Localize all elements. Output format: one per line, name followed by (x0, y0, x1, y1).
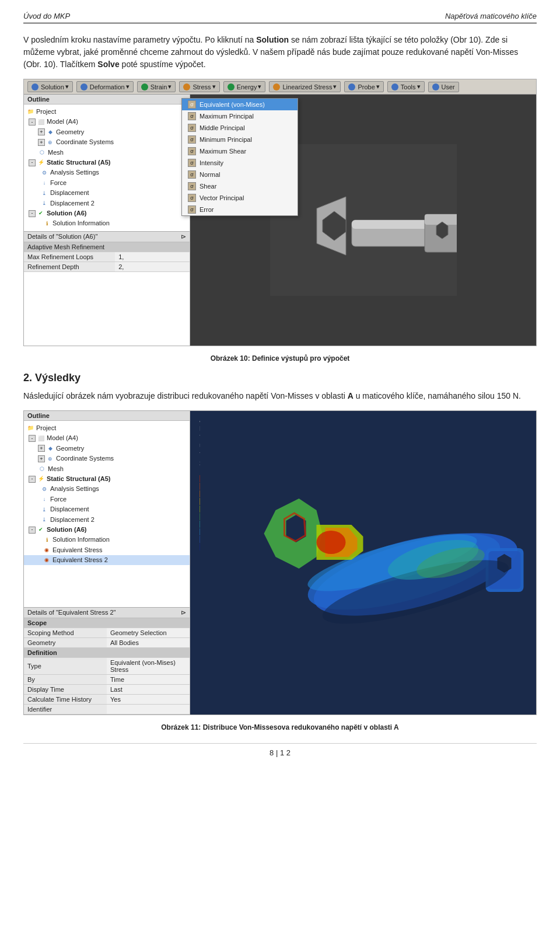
structural2-icon: ⚡ (37, 475, 45, 483)
details2-scoping-method: Scoping Method Geometry Selection (24, 628, 190, 638)
details-table-2: Scope Scoping Method Geometry Selection … (24, 618, 190, 715)
toolbar-strain-btn[interactable]: Strain ▾ (137, 81, 176, 92)
caption-2: Obrázek 11: Distribuce Von-Missesova red… (23, 723, 537, 731)
fea-wrench-visual (190, 411, 536, 715)
tools-icon (391, 83, 398, 90)
tree2-equiv-stress2[interactable]: ◉ Equivalent Stress 2 (24, 555, 190, 565)
tree2-static-structural[interactable]: - ⚡ Static Structural (A5) (24, 474, 190, 484)
page-header: Úvod do MKP Napěťová maticového klíče (23, 12, 537, 23)
tree2-coord[interactable]: + ⊕ Coordinate Systems (24, 454, 190, 464)
tree-displacement[interactable]: ⤓ Displacement (24, 188, 190, 198)
dropdown-minimum-principal[interactable]: σ Minimum Principal (182, 134, 190, 145)
force-icon: ↓ (40, 179, 48, 187)
dropdown-error[interactable]: σ Error (182, 204, 190, 215)
coord2-expand[interactable]: + (38, 455, 45, 462)
tree-geometry[interactable]: + ◆ Geometry (24, 127, 190, 137)
tree-solution[interactable]: - ✔ Solution (A6) (24, 208, 190, 218)
details-row-maxloops: Max Refinement Loops 1, (24, 252, 190, 262)
ss1-left-panel: Outline 📁 Project - ⬜ Model (A4) + ◆ Geo… (24, 95, 190, 346)
dropdown-icon-midprincipal: σ (188, 124, 190, 132)
screenshot-2: Outline 📁 Project - ⬜ Model (A4) + ◆ Geo… (23, 410, 537, 715)
model-icon: ⬜ (37, 118, 45, 126)
toolbar-energy-btn[interactable]: Energy ▾ (223, 81, 266, 92)
tree-displacement2[interactable]: ⤓ Displacement 2 (24, 198, 190, 208)
outline-header-1: Outline (24, 95, 190, 104)
outline-tree-2: 📁 Project - ⬜ Model (A4) + ◆ Geometry + … (24, 421, 190, 607)
dropdown-shear[interactable]: σ Shear (182, 180, 190, 192)
coord2-icon: ⊕ (46, 455, 54, 463)
tree-mesh[interactable]: ⬡ Mesh (24, 148, 190, 158)
dropdown-equivalent-vonmises[interactable]: σ Equivalent (von-Mises) (182, 99, 190, 110)
details2-calc-time: Calculate Time History Yes (24, 695, 190, 705)
toolbar-probe-btn[interactable]: Probe ▾ (344, 81, 383, 92)
toolbar-deformation-btn[interactable]: Deformation ▾ (76, 81, 134, 92)
tree2-equiv-stress[interactable]: ◉ Equivalent Stress (24, 545, 190, 555)
tree2-mesh[interactable]: ⬡ Mesh (24, 464, 190, 474)
tree-model[interactable]: - ⬜ Model (A4) (24, 117, 190, 127)
ss1-body: Outline 📁 Project - ⬜ Model (A4) + ◆ Geo… (24, 95, 536, 346)
dropdown-normal[interactable]: σ Normal (182, 169, 190, 180)
solution2-icon: ✔ (37, 526, 45, 534)
stress-dropdown-menu[interactable]: σ Equivalent (von-Mises) σ Maximum Princ… (181, 98, 190, 216)
model2-expand[interactable]: - (29, 435, 36, 442)
svg-point-20 (317, 531, 346, 554)
toolbar-stress-btn[interactable]: Stress ▾ (179, 81, 219, 92)
tree-coord-systems[interactable]: + ⊕ Coordinate Systems (24, 137, 190, 147)
tree2-solution[interactable]: - ✔ Solution (A6) (24, 525, 190, 535)
header-right: Napěťová maticového klíče (445, 12, 537, 20)
structural-expand[interactable]: - (29, 159, 36, 166)
structural2-expand[interactable]: - (29, 476, 36, 483)
dropdown-icon-vonmises: σ (188, 100, 190, 109)
screenshot-1: Solution ▾ Deformation ▾ Strain ▾ Stress… (23, 79, 537, 346)
tree-project[interactable]: 📁 Project (24, 107, 190, 117)
dropdown-middle-principal[interactable]: σ Middle Principal (182, 122, 190, 134)
tree2-displacement[interactable]: ⤓ Displacement (24, 504, 190, 514)
toolbar-user-btn[interactable]: User (428, 82, 459, 92)
solution-expand[interactable]: - (29, 210, 36, 217)
solution2-expand[interactable]: - (29, 527, 36, 534)
tree2-project[interactable]: 📁 Project (24, 423, 190, 433)
outline-header-2: Outline (24, 411, 190, 421)
tree2-model[interactable]: - ⬜ Model (A4) (24, 433, 190, 443)
tree-solution-info[interactable]: ℹ Solution Information (24, 218, 190, 228)
tree2-solution-info[interactable]: ℹ Solution Information (24, 535, 190, 545)
dropdown-intensity[interactable]: σ Intensity (182, 157, 190, 169)
outline-tree-1: 📁 Project - ⬜ Model (A4) + ◆ Geometry + … (24, 104, 190, 231)
mesh-icon: ⬡ (38, 148, 46, 156)
ss2-body: Outline 📁 Project - ⬜ Model (A4) + ◆ Geo… (24, 411, 536, 715)
intro-paragraph: V posledním kroku nastavíme parametry vý… (23, 34, 537, 71)
model-expand[interactable]: - (29, 119, 36, 126)
tree-static-structural[interactable]: - ⚡ Static Structural (A5) (24, 158, 190, 168)
toolbar-tools-btn[interactable]: Tools ▾ (387, 81, 425, 92)
analysis-icon: ⚙ (40, 169, 48, 177)
tree2-geometry[interactable]: + ◆ Geometry (24, 444, 190, 454)
dropdown-icon-error: σ (188, 205, 190, 214)
toolbar-solution-btn[interactable]: Solution ▾ (27, 81, 73, 92)
toolbar-linearized-btn[interactable]: Linearized Stress ▾ (269, 81, 341, 92)
solution-icon-tree: ✔ (37, 210, 45, 218)
solution-icon (32, 83, 38, 90)
svg-marker-7 (436, 222, 448, 239)
tree2-force[interactable]: ↓ Force (24, 494, 190, 504)
geometry2-expand[interactable]: + (38, 445, 45, 452)
energy-icon (228, 83, 235, 90)
tree-analysis-settings[interactable]: ⚙ Analysis Settings (24, 168, 190, 177)
details2-by: By Time (24, 675, 190, 685)
tree-force[interactable]: ↓ Force (24, 178, 190, 188)
dropdown-icon-maxprincipal: σ (188, 112, 190, 120)
ss2-left-panel: Outline 📁 Project - ⬜ Model (A4) + ◆ Geo… (24, 411, 190, 715)
solution2-info-icon: ℹ (43, 536, 51, 544)
tree2-analysis[interactable]: ⚙ Analysis Settings (24, 484, 190, 494)
geometry-expand[interactable]: + (38, 128, 45, 135)
details2-definition-section: Definition (24, 648, 190, 658)
tree2-displacement2[interactable]: ⤓ Displacement 2 (24, 515, 190, 525)
details-pane-2: Details of "Equivalent Stress 2" ⊳ Scope… (24, 607, 190, 715)
dropdown-vector-principal[interactable]: σ Vector Principal (182, 192, 190, 204)
dropdown-maximum-shear[interactable]: σ Maximum Shear (182, 145, 190, 157)
geometry-icon: ◆ (46, 128, 54, 136)
coord-expand[interactable]: + (38, 139, 45, 146)
equiv-stress-icon: ◉ (43, 546, 51, 554)
analysis2-icon: ⚙ (40, 485, 48, 493)
details2-identifier: Identifier (24, 705, 190, 715)
dropdown-maximum-principal[interactable]: σ Maximum Principal (182, 110, 190, 122)
